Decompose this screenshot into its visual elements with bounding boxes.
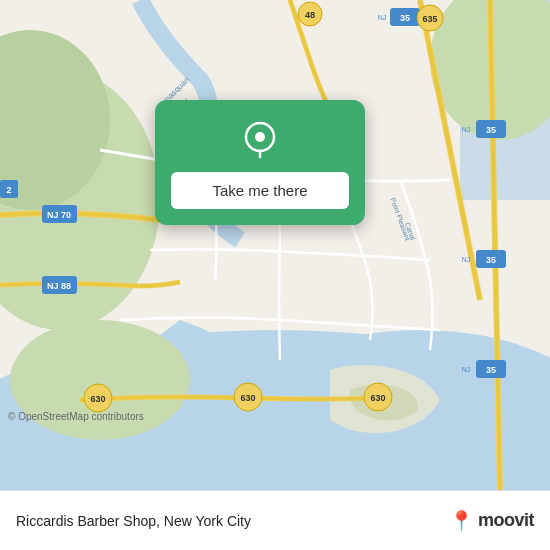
svg-text:NJ: NJ [378,14,387,21]
location-pin-icon [238,118,282,162]
svg-point-41 [255,132,265,142]
svg-text:48: 48 [305,10,315,20]
svg-text:NJ: NJ [462,126,471,133]
take-me-there-button[interactable]: Take me there [171,172,349,209]
moovit-brand-text: moovit [478,510,534,531]
svg-text:630: 630 [90,394,105,404]
copyright-text: © OpenStreetMap contributors [8,411,144,422]
svg-text:35: 35 [486,125,496,135]
svg-text:35: 35 [486,255,496,265]
svg-text:35: 35 [486,365,496,375]
svg-text:630: 630 [240,393,255,403]
svg-text:NJ 70: NJ 70 [47,210,71,220]
svg-text:630: 630 [370,393,385,403]
svg-text:635: 635 [422,14,437,24]
svg-point-7 [10,320,190,440]
svg-text:2: 2 [6,185,11,195]
location-info: Riccardis Barber Shop, New York City [16,513,251,529]
svg-text:35: 35 [400,13,410,23]
map-container: 35 NJ 635 48 35 NJ 35 NJ 35 NJ NJ 70 NJ … [0,0,550,490]
location-popup: Take me there [155,100,365,225]
svg-text:NJ: NJ [462,366,471,373]
bottom-bar: Riccardis Barber Shop, New York City 📍 m… [0,490,550,550]
location-title: Riccardis Barber Shop, New York City [16,513,251,529]
moovit-logo: 📍 moovit [449,509,534,533]
svg-text:NJ: NJ [462,256,471,263]
moovit-pin-icon: 📍 [449,509,474,533]
svg-text:NJ 88: NJ 88 [47,281,71,291]
